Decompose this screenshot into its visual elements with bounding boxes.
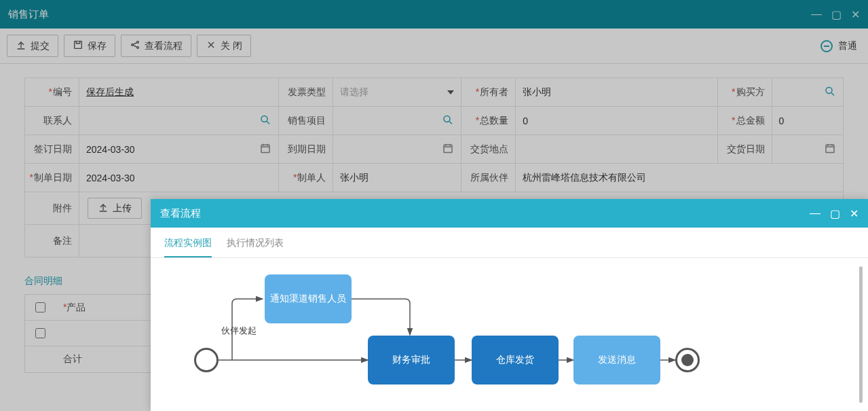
flow-node-notify[interactable]: 通知渠道销售人员 (265, 274, 352, 323)
modal-tabs: 流程实例图 执行情况列表 (151, 228, 868, 258)
flow-node-finance[interactable]: 财务审批 (368, 336, 455, 385)
flow-canvas[interactable]: 伙伴发起 通知渠道销售人员 财务审批 仓库发货 发送消息 (151, 258, 868, 411)
modal-title: 查看流程 (160, 207, 810, 220)
maximize-icon[interactable]: ▢ (830, 207, 840, 220)
flow-end-node[interactable] (675, 348, 700, 372)
flow-start-label: 伙伴发起 (221, 325, 257, 337)
flow-modal: 查看流程 — ▢ ✕ 流程实例图 执行情况列表 伙伴发起 通知渠道销售人员 财务… (151, 199, 868, 411)
flow-connectors (151, 258, 868, 411)
modal-titlebar: 查看流程 — ▢ ✕ (151, 199, 868, 228)
tab-diagram[interactable]: 流程实例图 (164, 237, 212, 257)
flow-start-node[interactable] (194, 348, 219, 372)
tab-list[interactable]: 执行情况列表 (227, 237, 284, 257)
minimize-icon[interactable]: — (810, 207, 820, 219)
scrollbar[interactable] (859, 266, 863, 403)
close-icon[interactable]: ✕ (850, 207, 858, 220)
flow-node-warehouse[interactable]: 仓库发货 (472, 336, 559, 385)
flow-node-message[interactable]: 发送消息 (573, 336, 660, 385)
